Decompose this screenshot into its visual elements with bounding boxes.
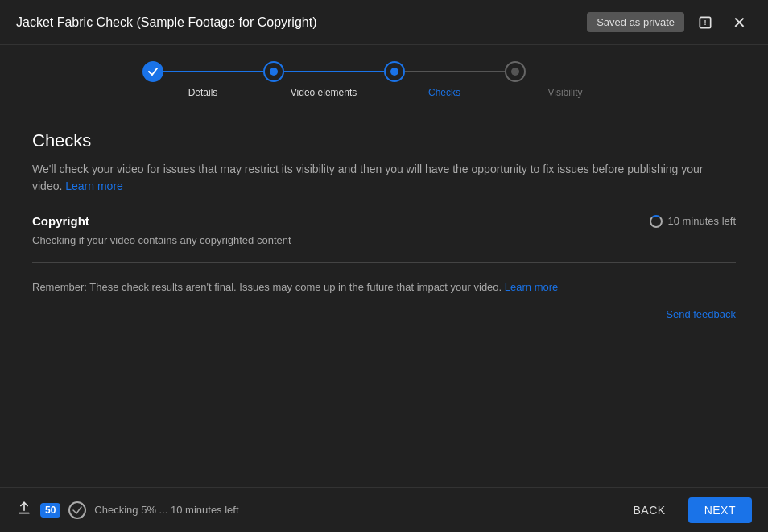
- upload-button[interactable]: [16, 500, 32, 520]
- learn-more-link[interactable]: Learn more: [65, 179, 123, 192]
- step-dot-details: [142, 61, 163, 82]
- step-row-video: [263, 61, 384, 82]
- progress-badge: 50: [40, 503, 60, 518]
- header-actions: Saved as private ! ✕: [587, 10, 752, 35]
- step-line-2: [284, 71, 384, 72]
- alert-button[interactable]: !: [692, 10, 718, 35]
- back-button[interactable]: BACK: [621, 497, 679, 523]
- step-line-3: [405, 71, 505, 72]
- time-left-text: 10 minutes left: [667, 215, 736, 227]
- header: Jacket Fabric Check (Sample Footage for …: [0, 0, 768, 45]
- learn-more-link-2[interactable]: Learn more: [505, 281, 558, 293]
- step-row-checks: [384, 61, 505, 82]
- alert-icon: !: [697, 14, 713, 31]
- svg-text:!: !: [704, 19, 706, 27]
- copyright-description: Checking if your video contains any copy…: [32, 234, 736, 246]
- send-feedback-container: Send feedback: [32, 308, 736, 320]
- step-checks: Checks: [384, 61, 505, 98]
- stepper: Details Video elements Checks: [0, 45, 768, 111]
- checks-title: Checks: [32, 130, 736, 151]
- step-row-details: [142, 61, 263, 82]
- step-video-elements: Video elements: [263, 61, 384, 98]
- footer-right: BACK NEXT: [621, 497, 752, 523]
- send-feedback-link[interactable]: Send feedback: [666, 308, 736, 320]
- stepper-steps: Details Video elements Checks: [142, 61, 626, 98]
- step-label-details: Details: [188, 87, 218, 98]
- remember-text: Remember: These check results aren't fin…: [32, 279, 736, 295]
- step-dot-visibility: [505, 61, 526, 82]
- step-dot-checks: [384, 61, 405, 82]
- step-label-video: Video elements: [291, 87, 357, 98]
- spinner-icon: [650, 215, 663, 228]
- saved-badge: Saved as private: [587, 12, 684, 32]
- next-button[interactable]: NEXT: [688, 497, 752, 523]
- upload-icon: [16, 500, 32, 516]
- step-dot-video: [263, 61, 284, 82]
- divider: [32, 262, 736, 263]
- step-visibility: Visibility: [505, 61, 626, 98]
- copyright-title: Copyright: [32, 214, 89, 228]
- copyright-section: Copyright 10 minutes left Checking if yo…: [32, 214, 736, 246]
- footer-left: 50 Checking 5% ... 10 minutes left: [16, 500, 239, 520]
- copyright-header: Copyright 10 minutes left: [32, 214, 736, 228]
- step-row-visibility: [505, 61, 626, 82]
- page-title: Jacket Fabric Check (Sample Footage for …: [16, 15, 316, 30]
- time-left: 10 minutes left: [650, 215, 736, 228]
- checks-description: We'll check your video for issues that m…: [32, 161, 736, 195]
- main-content: Checks We'll check your video for issues…: [0, 111, 768, 487]
- step-label-checks: Checks: [428, 87, 460, 98]
- footer: 50 Checking 5% ... 10 minutes left BACK …: [0, 487, 768, 532]
- close-icon: ✕: [733, 13, 746, 32]
- check-circle: [68, 501, 86, 519]
- check-icon: [72, 505, 83, 516]
- step-line-1: [163, 71, 263, 72]
- step-details: Details: [142, 61, 263, 98]
- checkmark-icon: [147, 66, 159, 77]
- footer-status: Checking 5% ... 10 minutes left: [94, 504, 238, 516]
- close-button[interactable]: ✕: [726, 10, 752, 35]
- step-label-visibility: Visibility: [547, 87, 582, 98]
